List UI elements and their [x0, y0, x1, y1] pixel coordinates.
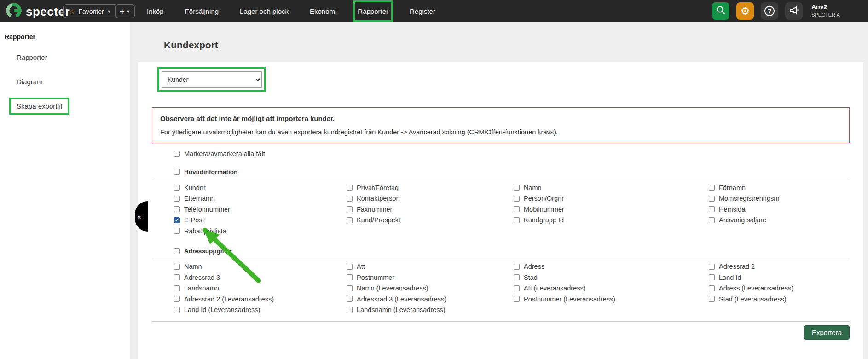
checkbox-adressrad-2-leveransadress[interactable]	[174, 296, 180, 302]
section-title[interactable]: Huvudinformation	[184, 168, 237, 175]
checkbox-efternamn[interactable]	[174, 196, 180, 202]
section-title[interactable]: Adressuppgifter	[184, 248, 232, 255]
brand[interactable]: specter	[6, 2, 70, 21]
add-favorite-button[interactable]: + ▼	[115, 4, 135, 18]
checkbox-namn[interactable]	[174, 264, 180, 270]
checkbox-label-postnummer[interactable]: Postnummer	[357, 274, 394, 281]
field-row: Ansvarig säljare	[709, 215, 850, 226]
checkbox-label-stad-leveransadress[interactable]: Stad (Leveransadress)	[719, 295, 787, 303]
checkbox-kund-prospekt[interactable]	[347, 217, 353, 223]
checkbox-adressrad-2[interactable]	[709, 264, 715, 270]
checkbox-stad-leveransadress[interactable]	[709, 296, 715, 302]
sidebar-item-skapa-exportfil[interactable]: Skapa exportfil	[11, 99, 68, 113]
checkbox-label-postnummer-leveransadress[interactable]: Postnummer (Leveransadress)	[524, 295, 615, 303]
checkbox-label-land-id-leveransadress[interactable]: Land Id (Leveransadress)	[184, 306, 260, 313]
checkbox-label-kontaktperson[interactable]: Kontaktperson	[357, 195, 400, 202]
checkbox-label-efternamn[interactable]: Efternamn	[184, 195, 215, 202]
export-type-select[interactable]: Kunder	[162, 71, 262, 88]
checkbox-label-kund-prospekt[interactable]: Kund/Prospekt	[357, 216, 400, 224]
checkbox-e-post[interactable]	[174, 217, 180, 223]
nav-item-lager-och-plock[interactable]: Lager och plock	[237, 2, 291, 20]
checkbox-stad[interactable]	[514, 274, 520, 280]
checkbox-label-land-id[interactable]: Land Id	[719, 274, 741, 281]
checkbox-label-adress-leveransadress[interactable]: Adress (Leveransadress)	[719, 284, 793, 292]
toggle-all-row: Markera/avmarkera alla fält	[174, 150, 850, 157]
field-row: Namn (Leveransadress)	[347, 283, 514, 294]
favorites-button[interactable]: ☆ Favoriter ▼	[63, 4, 117, 18]
checkbox-mobilnummer[interactable]	[514, 206, 520, 212]
checkbox-label-momsregistreringsnr[interactable]: Momsregistreringsnr	[719, 195, 780, 202]
checkbox-label-adressrad-3[interactable]: Adressrad 3	[184, 274, 220, 281]
checkbox-telefonnummer[interactable]	[174, 206, 180, 212]
nav-item-rapporter[interactable]: Rapporter	[355, 2, 391, 20]
checkbox-label-kundnr[interactable]: Kundnr	[184, 184, 206, 191]
checkbox-label-mobilnummer[interactable]: Mobilnummer	[524, 206, 564, 213]
checkbox-label-att-leveransadress[interactable]: Att (Leveransadress)	[524, 284, 586, 292]
nav-item-register[interactable]: Register	[407, 2, 438, 20]
checkbox-label-namn[interactable]: Namn	[524, 184, 542, 191]
sidebar-item-rapporter[interactable]: Rapporter	[11, 51, 53, 64]
checkbox-label-telefonnummer[interactable]: Telefonnummer	[184, 206, 230, 213]
toggle-all-checkbox[interactable]	[174, 151, 180, 157]
checkbox-label-adressrad-2-leveransadress[interactable]: Adressrad 2 (Leveransadress)	[184, 295, 274, 303]
nav-item-ink-p[interactable]: Inköp	[144, 2, 167, 20]
checkbox-kundnr[interactable]	[174, 185, 180, 191]
checkbox-namn[interactable]	[514, 185, 520, 191]
nav-item-ekonomi[interactable]: Ekonomi	[307, 2, 339, 20]
checkbox-label-namn-leveransadress[interactable]: Namn (Leveransadress)	[357, 284, 428, 292]
toggle-all-label[interactable]: Markera/avmarkera alla fält	[184, 150, 265, 157]
checkbox-kontaktperson[interactable]	[347, 196, 353, 202]
checkbox-landsnamn-leveransadress[interactable]	[347, 307, 353, 313]
checkbox-label-landsnamn[interactable]: Landsnamn	[184, 284, 219, 292]
sidebar-item-diagram[interactable]: Diagram	[11, 75, 48, 88]
checkbox-postnummer-leveransadress[interactable]	[514, 296, 520, 302]
checkbox-att-leveransadress[interactable]	[514, 285, 520, 291]
checkbox-label-stad[interactable]: Stad	[524, 274, 538, 281]
checkbox-label-adressrad-3-leveransadress[interactable]: Adressrad 3 (Leveransadress)	[357, 295, 446, 303]
checkbox-adress-leveransadress[interactable]	[709, 285, 715, 291]
checkbox-kundgrupp-id[interactable]	[514, 217, 520, 223]
user-menu[interactable]: Anv2 SPECTER A	[811, 3, 868, 17]
checkbox-label-namn[interactable]: Namn	[184, 263, 202, 270]
checkbox-label-rabattprislista[interactable]: Rabattprislista	[184, 227, 226, 235]
checkbox-label-faxnummer[interactable]: Faxnummer	[357, 206, 392, 213]
checkbox-privat-f-retag[interactable]	[347, 185, 353, 191]
settings-button[interactable]: ⚙	[736, 2, 754, 20]
checkbox-label-landsnamn-leveransadress[interactable]: Landsnamn (Leveransadress)	[357, 306, 446, 313]
checkbox-person-orgnr[interactable]	[514, 196, 520, 202]
checkbox-f-rnamn[interactable]	[709, 185, 715, 191]
checkbox-label-person-orgnr[interactable]: Person/Orgnr	[524, 195, 564, 202]
checkbox-land-id-leveransadress[interactable]	[174, 307, 180, 313]
checkbox-label-privat-f-retag[interactable]: Privat/Företag	[357, 184, 399, 191]
search-button[interactable]	[712, 2, 729, 20]
checkbox-label-adress[interactable]: Adress	[524, 263, 544, 270]
sidebar-collapse-handle[interactable]: «	[135, 201, 148, 232]
checkbox-momsregistreringsnr[interactable]	[709, 196, 715, 202]
checkbox-label-ansvarig-s-ljare[interactable]: Ansvarig säljare	[719, 216, 766, 224]
section-checkbox-adressuppgifter[interactable]	[174, 248, 180, 254]
checkbox-namn-leveransadress[interactable]	[347, 285, 353, 291]
checkbox-rabattprislista[interactable]	[174, 228, 180, 234]
field-row: Land Id	[709, 272, 850, 283]
checkbox-label-adressrad-2[interactable]: Adressrad 2	[719, 263, 755, 270]
export-button[interactable]: Exportera	[804, 325, 850, 340]
checkbox-att[interactable]	[347, 264, 353, 270]
nav-item-f-rs-ljning[interactable]: Försäljning	[182, 2, 221, 20]
announcements-button[interactable]	[785, 2, 803, 20]
checkbox-hemsida[interactable]	[709, 206, 715, 212]
checkbox-land-id[interactable]	[709, 274, 715, 280]
checkbox-label-e-post[interactable]: E-Post	[184, 216, 204, 224]
section-checkbox-huvudinformation[interactable]	[174, 169, 180, 175]
checkbox-adressrad-3-leveransadress[interactable]	[347, 296, 353, 302]
checkbox-label-att[interactable]: Att	[357, 263, 365, 270]
checkbox-adress[interactable]	[514, 264, 520, 270]
checkbox-label-kundgrupp-id[interactable]: Kundgrupp Id	[524, 216, 564, 224]
checkbox-label-hemsida[interactable]: Hemsida	[719, 206, 745, 213]
checkbox-label-f-rnamn[interactable]: Förnamn	[719, 184, 746, 191]
checkbox-faxnummer[interactable]	[347, 206, 353, 212]
help-button[interactable]: ?	[761, 2, 778, 20]
checkbox-ansvarig-s-ljare[interactable]	[709, 217, 715, 223]
checkbox-adressrad-3[interactable]	[174, 274, 180, 280]
checkbox-landsnamn[interactable]	[174, 285, 180, 291]
checkbox-postnummer[interactable]	[347, 274, 353, 280]
